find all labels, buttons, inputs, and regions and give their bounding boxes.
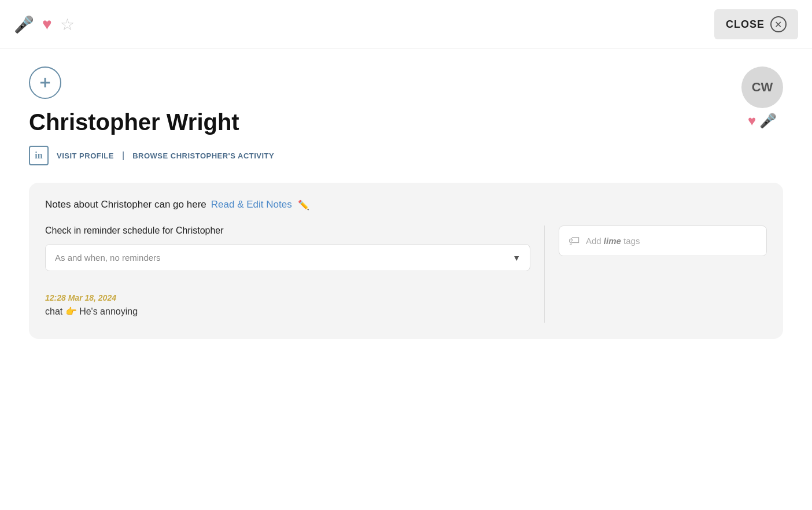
note-entry: 12:28 Mar 18, 2024 chat 👉 He's annoying <box>45 287 530 323</box>
close-button[interactable]: CLOSE ✕ <box>714 9 798 39</box>
reminder-label: Check in reminder schedule for Christoph… <box>45 226 530 236</box>
add-contact-button[interactable] <box>29 66 61 99</box>
top-bar-icons: 🎤 ♥ ☆ <box>14 15 75 34</box>
close-circle-icon: ✕ <box>770 16 787 32</box>
notes-prefix: Notes about Christopher can go here <box>45 199 206 210</box>
read-edit-notes-link[interactable]: Read & Edit Notes <box>211 199 292 210</box>
avatar-heart-icon[interactable]: ♥ <box>748 113 756 129</box>
avatar-icons: ♥ 🎤 <box>748 113 777 129</box>
visit-profile-link[interactable]: VISIT PROFILE <box>57 151 114 160</box>
avatar: CW <box>741 66 783 108</box>
right-column: 🏷 Add lime tags <box>559 226 767 323</box>
profile-links: in VISIT PROFILE | BROWSE CHRISTOPHER'S … <box>29 146 783 165</box>
browse-activity-link[interactable]: BROWSE CHRISTOPHER'S ACTIVITY <box>132 151 274 160</box>
tags-placeholder: Add lime tags <box>586 236 640 246</box>
mic-icon[interactable]: 🎤 <box>14 15 34 34</box>
reminder-dropdown[interactable]: As and when, no reminders ▼ <box>45 244 530 271</box>
plus-icon <box>37 75 53 91</box>
reminder-value: As and when, no reminders <box>55 253 161 263</box>
top-bar: 🎤 ♥ ☆ CLOSE ✕ <box>0 0 812 49</box>
note-text: chat 👉 He's annoying <box>45 306 530 317</box>
main-content: CW ♥ 🎤 Christopher Wright in VISIT PROFI… <box>0 49 812 356</box>
avatar-mic-icon[interactable]: 🎤 <box>759 113 777 129</box>
note-timestamp: 12:28 Mar 18, 2024 <box>45 293 530 302</box>
star-icon[interactable]: ☆ <box>60 15 75 34</box>
heart-icon[interactable]: ♥ <box>42 15 52 34</box>
column-divider <box>544 226 545 323</box>
linkedin-icon[interactable]: in <box>29 146 49 165</box>
dropdown-arrow-icon: ▼ <box>512 253 521 263</box>
edit-icon[interactable]: ✏️ <box>298 199 309 210</box>
link-separator: | <box>122 150 124 161</box>
close-label: CLOSE <box>726 19 765 31</box>
left-column: Check in reminder schedule for Christoph… <box>45 226 530 323</box>
card-body: Check in reminder schedule for Christoph… <box>45 226 767 323</box>
avatar-area: CW ♥ 🎤 <box>741 66 783 129</box>
notes-row: Notes about Christopher can go here Read… <box>45 199 767 210</box>
tags-input[interactable]: 🏷 Add lime tags <box>559 226 767 256</box>
tag-icon: 🏷 <box>569 234 580 247</box>
contact-card: Notes about Christopher can go here Read… <box>29 183 783 339</box>
contact-name: Christopher Wright <box>29 109 783 135</box>
